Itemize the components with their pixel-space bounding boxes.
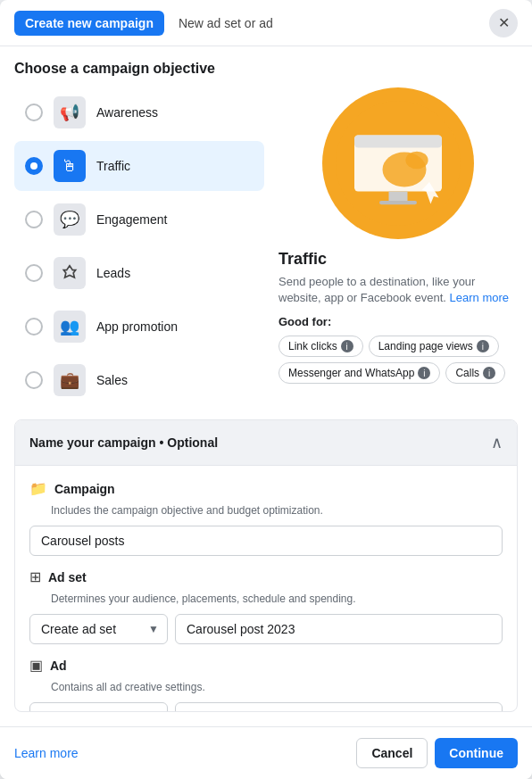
- info-icon-calls[interactable]: i: [483, 367, 495, 379]
- badge-calls: Calls i: [445, 362, 505, 384]
- radio-inner: [30, 162, 37, 170]
- ad-dropdown[interactable]: Create ad Use existing: [29, 702, 168, 712]
- engagement-label: Engagement: [96, 212, 167, 227]
- svg-point-6: [405, 152, 428, 170]
- campaign-folder-icon: 📁: [29, 480, 47, 497]
- modal-header: Create new campaign New ad set or ad ✕: [0, 0, 532, 46]
- collapse-chevron[interactable]: ∧: [491, 433, 503, 452]
- campaign-field-header: 📁 Campaign: [29, 480, 503, 497]
- badge-link-clicks: Link clicks i: [278, 336, 363, 357]
- objective-engagement[interactable]: 💬 Engagement: [14, 195, 264, 244]
- objective-layout: 📢 Awareness 🖱 Traffic 💬 Engagement: [0, 87, 532, 419]
- app-promotion-icon: 👥: [54, 311, 86, 343]
- objective-app-promotion[interactable]: 👥 App promotion: [14, 302, 264, 352]
- badge-messenger: Messenger and WhatsApp i: [278, 362, 440, 384]
- detail-description: Send people to a destination, like your …: [278, 274, 518, 306]
- ad-dropdown-arrow: ▼: [148, 711, 159, 712]
- info-icon-messenger[interactable]: i: [418, 367, 430, 379]
- ad-field-label: Ad: [50, 659, 67, 673]
- modal-footer: Learn more Cancel Continue: [0, 726, 532, 779]
- objective-list: 📢 Awareness 🖱 Traffic 💬 Engagement: [14, 87, 264, 405]
- ad-set-name-input[interactable]: [175, 614, 503, 644]
- objective-detail: Traffic Send people to a destination, li…: [278, 87, 518, 405]
- leads-icon: [54, 257, 86, 289]
- learn-more-link-detail[interactable]: Learn more: [450, 291, 509, 304]
- ad-inputs-row: Create ad Use existing ▼: [29, 702, 503, 712]
- app-promotion-label: App promotion: [96, 319, 178, 334]
- modal-container: Create new campaign New ad set or ad ✕ C…: [0, 0, 532, 779]
- continue-button[interactable]: Continue: [435, 738, 518, 768]
- radio-awareness[interactable]: [25, 104, 43, 121]
- awareness-label: Awareness: [96, 105, 158, 120]
- traffic-icon: 🖱: [54, 150, 86, 182]
- sales-icon: 💼: [54, 364, 86, 396]
- sales-label: Sales: [96, 373, 128, 387]
- tab-new-ad-set[interactable]: New ad set or ad: [168, 11, 284, 36]
- engagement-icon: 💬: [54, 203, 86, 236]
- footer-actions: Cancel Continue: [356, 738, 518, 768]
- ad-set-inputs-row: Create ad set Use existing ▼: [29, 614, 503, 644]
- name-campaign-section: Name your campaign • Optional ∧ 📁 Campai…: [14, 419, 518, 712]
- ad-set-field-group: ⊞ Ad set Determines your audience, place…: [29, 568, 503, 644]
- objective-leads[interactable]: Leads: [14, 248, 264, 298]
- info-icon-landing[interactable]: i: [477, 340, 489, 352]
- ad-set-select-wrapper: Create ad set Use existing ▼: [29, 614, 168, 644]
- objective-awareness[interactable]: 📢 Awareness: [14, 87, 264, 137]
- ad-set-dropdown[interactable]: Create ad set Use existing: [29, 614, 168, 644]
- info-icon-link-clicks[interactable]: i: [341, 340, 353, 352]
- tab-create-campaign[interactable]: Create new campaign: [14, 11, 164, 36]
- awareness-icon: 📢: [54, 96, 86, 128]
- ad-sublabel: Contains all ad creative settings.: [51, 681, 503, 693]
- footer-learn-more[interactable]: Learn more: [14, 746, 79, 760]
- campaign-field-label: Campaign: [54, 482, 115, 496]
- traffic-label: Traffic: [96, 159, 130, 173]
- ad-field-header: ▣ Ad: [29, 657, 503, 674]
- ad-icon: ▣: [29, 657, 43, 674]
- name-section-body: 📁 Campaign Includes the campaign objecti…: [15, 466, 517, 712]
- good-for-label: Good for:: [278, 315, 518, 328]
- svg-rect-2: [354, 136, 442, 148]
- radio-app-promotion[interactable]: [25, 318, 43, 336]
- ad-name-input[interactable]: [175, 702, 503, 712]
- name-section-header: Name your campaign • Optional ∧: [15, 420, 517, 466]
- ad-set-field-header: ⊞ Ad set: [29, 568, 503, 585]
- svg-rect-4: [379, 201, 417, 204]
- close-button[interactable]: ✕: [489, 9, 518, 37]
- campaign-name-input[interactable]: [29, 526, 503, 556]
- objective-sales[interactable]: 💼 Sales: [14, 355, 264, 405]
- radio-leads[interactable]: [25, 264, 43, 282]
- ad-field-group: ▣ Ad Contains all ad creative settings. …: [29, 657, 503, 712]
- modal-body: Choose a campaign objective 📢 Awareness …: [0, 46, 532, 726]
- leads-label: Leads: [96, 266, 130, 280]
- radio-sales[interactable]: [25, 371, 43, 389]
- detail-title: Traffic: [278, 250, 518, 269]
- ad-set-sublabel: Determines your audience, placements, sc…: [51, 593, 503, 605]
- campaign-field-group: 📁 Campaign Includes the campaign objecti…: [29, 480, 503, 556]
- svg-rect-3: [389, 192, 408, 202]
- campaign-sublabel: Includes the campaign objective and budg…: [51, 504, 503, 517]
- badge-list: Link clicks i Landing page views i Messe…: [278, 336, 518, 384]
- ad-set-field-label: Ad set: [48, 570, 87, 584]
- radio-engagement[interactable]: [25, 211, 43, 228]
- radio-traffic[interactable]: [25, 157, 43, 175]
- ad-select-wrapper: Create ad Use existing ▼: [29, 702, 168, 712]
- objective-traffic[interactable]: 🖱 Traffic: [14, 141, 264, 191]
- ad-set-icon: ⊞: [29, 568, 41, 585]
- section-title: Choose a campaign objective: [0, 46, 532, 87]
- badge-landing-page: Landing page views i: [369, 336, 499, 357]
- cancel-button[interactable]: Cancel: [356, 738, 428, 768]
- name-section-title: Name your campaign • Optional: [29, 435, 218, 450]
- traffic-illustration: [322, 87, 474, 239]
